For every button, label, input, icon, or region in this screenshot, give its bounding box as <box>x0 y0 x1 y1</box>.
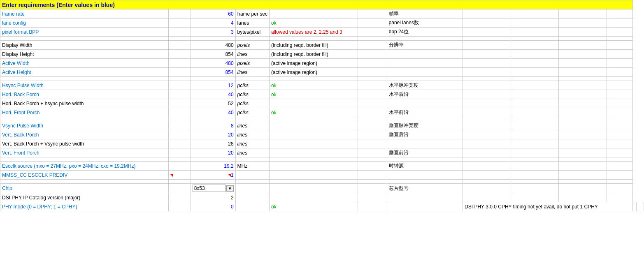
note-hori-back-porch <box>463 90 511 99</box>
note-hori-front-porch <box>463 108 511 117</box>
spacer-mmss-prediv <box>168 171 191 180</box>
value-chip[interactable]: ▼ <box>191 184 235 193</box>
status-dsi-phy-catalog <box>269 193 358 202</box>
chinese-hori-front-porch: 水平前沿 <box>387 108 463 117</box>
row-empty5 <box>0 180 644 184</box>
chinese-hori-back-porch: 水平后沿 <box>387 90 463 99</box>
status-hori-front-porch: ok <box>269 108 358 117</box>
label-lane-config: lane config <box>0 18 169 28</box>
chinese-active-height <box>387 68 463 77</box>
note-escclk <box>463 162 511 171</box>
row-phy-mode: PHY mode (0 = DPHY; 1 = CPHY)0okDSI PHY … <box>0 202 644 211</box>
note-vsync-pulse <box>463 121 511 130</box>
spacer-phy-mode <box>168 202 191 211</box>
chinese-display-width: 分辨率 <box>387 41 463 50</box>
note-pixel-format <box>463 28 511 37</box>
label-hori-back-porch-total: Hori. Back Porch + hsync pulse width <box>0 99 169 108</box>
row-escclk: Escclk source (mxo = 27MHz, pxo = 24MHz,… <box>0 162 644 171</box>
row-pixel-format: pixel format BPP3bytes/pixelallowed valu… <box>0 28 644 37</box>
label-vert-back-porch: Vert. Back Porch <box>0 130 169 139</box>
spacer-vert-back-porch-total <box>168 139 191 148</box>
unit-hori-back-porch: pclks <box>235 90 269 99</box>
unit-vert-back-porch: lines <box>235 130 269 139</box>
note-display-width <box>463 41 511 50</box>
dropdown-wrapper[interactable]: ▼ <box>193 185 234 192</box>
label-dsi-phy-catalog: DSI PHY IP Catalog version (major) <box>0 193 169 202</box>
status-hori-back-porch: ok <box>269 90 358 99</box>
label-display-width: Display Width <box>0 41 169 50</box>
label-vert-front-porch: Vert. Front Porch <box>0 148 169 157</box>
value-active-height: 854 <box>191 68 235 77</box>
chinese-pixel-format: bpp 24位 <box>387 28 463 37</box>
row-empty3 <box>0 117 644 121</box>
row-frame-rate: frame rate60frame per sec帧率 <box>0 9 644 18</box>
spacer-display-width <box>168 41 191 50</box>
chinese-mmss-prediv <box>387 171 463 180</box>
row-chip: Chip▼芯片型号 <box>0 184 644 193</box>
value-vert-front-porch: 20 <box>191 148 235 157</box>
spacer-pixel-format <box>168 28 191 37</box>
spacer-active-height <box>168 68 191 77</box>
note-chip <box>463 184 511 193</box>
value-hori-front-porch: 40 <box>191 108 235 117</box>
unit-vert-back-porch-total: lines <box>235 139 269 148</box>
unit-active-height: lines <box>235 68 269 77</box>
value-vsync-pulse: 8 <box>191 121 235 130</box>
unit-chip <box>235 184 269 193</box>
status-vert-front-porch <box>269 148 358 157</box>
chinese-chip: 芯片型号 <box>387 184 463 193</box>
spacer-active-width <box>168 59 191 68</box>
chip-dropdown-input[interactable] <box>193 185 226 192</box>
spacer-hori-front-porch <box>168 108 191 117</box>
spacer-display-height <box>168 50 191 59</box>
label-escclk: Escclk source (mxo = 27MHz, pxo = 24MHz,… <box>0 162 169 171</box>
status-vert-back-porch-total <box>269 139 358 148</box>
value-phy-mode: 0 <box>191 202 235 211</box>
row-empty1 <box>0 37 644 41</box>
row-hori-back-porch-total: Hori. Back Porch + hsync pulse width52pc… <box>0 99 644 108</box>
unit-escclk: MHz <box>235 162 269 171</box>
label-hori-back-porch: Hori. Back Porch <box>0 90 169 99</box>
row-hori-front-porch: Hori. Front Porch40pclksok水平前沿 <box>0 108 644 117</box>
chinese-hsync-pulse: 水平脉冲宽度 <box>387 81 463 90</box>
value-display-width: 480 <box>191 41 235 50</box>
note-active-width <box>463 59 511 68</box>
row-vert-front-porch: Vert. Front Porch20lines垂直前沿 <box>0 148 644 157</box>
spacer-lane-config <box>168 18 191 28</box>
chinese-active-width <box>387 59 463 68</box>
header-title: Enter requirements (Enter values in blue… <box>0 0 633 9</box>
row-vsync-pulse: Vsync Pulse Width8lines垂直脉冲宽度 <box>0 121 644 130</box>
chip-dropdown-arrow[interactable]: ▼ <box>226 185 234 192</box>
unit-frame-rate: frame per sec <box>235 9 269 18</box>
spacer-chip <box>168 184 191 193</box>
label-chip: Chip <box>0 184 169 193</box>
unit-phy-mode <box>235 202 269 211</box>
status-frame-rate <box>269 9 358 18</box>
label-active-width: Active Width <box>0 59 169 68</box>
red-triangle-value <box>228 174 231 177</box>
unit-hsync-pulse: pclks <box>235 81 269 90</box>
row-dsi-phy-catalog: DSI PHY IP Catalog version (major)2 <box>0 193 644 202</box>
chinese-hori-back-porch-total <box>387 99 463 108</box>
value-mmss-prediv: 1 <box>191 171 235 180</box>
label-pixel-format: pixel format BPP <box>0 28 169 37</box>
status-active-width: (active image region) <box>269 59 358 68</box>
spacer-frame-rate <box>168 9 191 18</box>
label-phy-mode: PHY mode (0 = DPHY; 1 = CPHY) <box>0 202 169 211</box>
note-dsi-phy-catalog <box>463 193 511 202</box>
note-vert-back-porch <box>463 130 511 139</box>
spacer-escclk <box>168 162 191 171</box>
unit-vsync-pulse: lines <box>235 121 269 130</box>
label-active-height: Active Height <box>0 68 169 77</box>
chinese-lane-config: panel lanes数 <box>387 18 463 28</box>
row-vert-back-porch-total: Vert. Back Porch + Vsync pulse width28li… <box>0 139 644 148</box>
chinese-vsync-pulse: 垂直脉冲宽度 <box>387 121 463 130</box>
value-vert-back-porch: 20 <box>191 130 235 139</box>
unit-pixel-format: bytes/pixel <box>235 28 269 37</box>
note-vert-front-porch <box>463 148 511 157</box>
value-lane-config: 4 <box>191 18 235 28</box>
label-display-height: Display Height <box>0 50 169 59</box>
chinese-vert-back-porch-total <box>387 139 463 148</box>
status-active-height: (active image region) <box>269 68 358 77</box>
red-triangle-indicator <box>170 174 173 177</box>
